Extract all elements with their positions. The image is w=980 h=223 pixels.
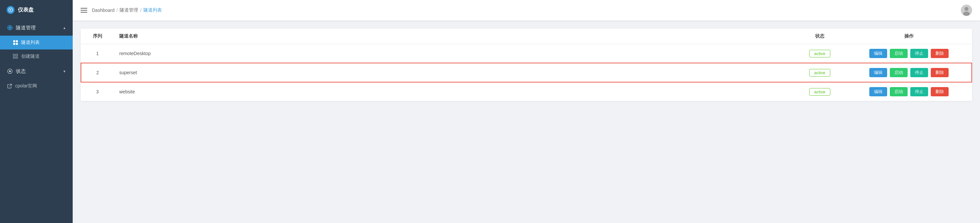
action-buttons: 编辑 启动 停止 删除 <box>851 68 966 77</box>
grid-icon <box>13 40 19 46</box>
edit-button[interactable]: 编辑 <box>869 68 887 77</box>
col-header-index: 序列 <box>81 29 114 44</box>
header-right <box>961 5 972 16</box>
sidebar: 仪表盘 隧道管理 ▲ <box>0 0 73 223</box>
breadcrumb: Dashboard / 隧道管理 / 隧道列表 <box>92 7 162 13</box>
sidebar-item-create-tunnel[interactable]: 创建隧道 <box>0 49 73 63</box>
col-header-status: 状态 <box>793 29 846 44</box>
sidebar-status-group: 状态 ▼ <box>0 63 73 79</box>
sidebar-logo-label: 仪表盘 <box>18 6 34 14</box>
chevron-up-icon: ▲ <box>63 26 66 30</box>
sidebar-status-label: 状态 <box>16 68 26 74</box>
delete-button[interactable]: 删除 <box>931 87 948 96</box>
status-icon <box>6 68 13 74</box>
stop-button[interactable]: 停止 <box>910 87 928 96</box>
delete-button[interactable]: 删除 <box>931 49 948 58</box>
svg-rect-10 <box>13 54 15 56</box>
row-3-status: active <box>793 82 846 101</box>
breadcrumb-dashboard[interactable]: Dashboard <box>92 8 115 13</box>
action-buttons: 编辑 启动 停止 删除 <box>851 49 966 58</box>
svg-rect-9 <box>16 43 18 45</box>
edit-button[interactable]: 编辑 <box>869 49 887 58</box>
tunnel-list-table: 序列 隧道名称 状态 操作 1 remoteDesktop active <box>81 29 972 101</box>
chevron-down-icon: ▼ <box>63 70 66 73</box>
breadcrumb-tunnel-list[interactable]: 隧道列表 <box>143 7 162 13</box>
svg-rect-6 <box>13 40 15 42</box>
row-2-status: active <box>793 63 846 82</box>
row-1-name: remoteDesktop <box>114 44 793 63</box>
breadcrumb-sep-2: / <box>140 8 142 13</box>
row-3-index: 3 <box>81 82 114 101</box>
table-body: 1 remoteDesktop active 编辑 启动 停止 删除 <box>81 44 972 101</box>
row-1-actions: 编辑 启动 停止 删除 <box>846 44 972 63</box>
sidebar-status-header[interactable]: 状态 ▼ <box>0 63 73 79</box>
svg-rect-12 <box>13 57 15 59</box>
sidebar-item-cpolar-website-label: cpolar官网 <box>15 83 37 89</box>
start-button[interactable]: 启动 <box>890 68 908 77</box>
col-header-actions: 操作 <box>846 29 972 44</box>
stop-button[interactable]: 停止 <box>910 49 928 58</box>
sidebar-item-create-tunnel-label: 创建隧道 <box>21 54 40 59</box>
row-2-index: 2 <box>81 63 114 82</box>
status-badge: active <box>809 88 830 96</box>
page-content: 序列 隧道名称 状态 操作 1 remoteDesktop active <box>73 21 980 223</box>
row-2-actions: 编辑 启动 停止 删除 <box>846 63 972 82</box>
user-avatar[interactable] <box>961 5 972 16</box>
table-row-highlighted: 2 superset active 编辑 启动 停止 删除 <box>81 63 972 82</box>
delete-button[interactable]: 删除 <box>931 68 948 77</box>
table-row: 1 remoteDesktop active 编辑 启动 停止 删除 <box>81 44 972 63</box>
svg-point-15 <box>9 70 11 72</box>
table-header: 序列 隧道名称 状态 操作 <box>81 29 972 44</box>
svg-rect-11 <box>16 54 18 56</box>
header: Dashboard / 隧道管理 / 隧道列表 <box>73 0 980 21</box>
tunnel-management-icon <box>6 24 13 31</box>
row-1-index: 1 <box>81 44 114 63</box>
row-2-name: superset <box>114 63 793 82</box>
sidebar-item-cpolar-website[interactable]: cpolar官网 <box>0 79 73 93</box>
breadcrumb-tunnel-management[interactable]: 隧道管理 <box>119 7 138 13</box>
svg-rect-7 <box>16 40 18 42</box>
status-badge: active <box>809 69 830 76</box>
row-3-name: website <box>114 82 793 101</box>
row-3-actions: 编辑 启动 停止 删除 <box>846 82 972 101</box>
sidebar-tunnel-management-header[interactable]: 隧道管理 ▲ <box>0 20 73 36</box>
sidebar-tunnel-group: 隧道管理 ▲ 隧道列表 <box>0 20 73 63</box>
main-content: Dashboard / 隧道管理 / 隧道列表 序列 <box>73 0 980 223</box>
tunnel-list-table-card: 序列 隧道名称 状态 操作 1 remoteDesktop active <box>81 29 972 101</box>
svg-point-1 <box>10 9 11 11</box>
breadcrumb-sep-1: / <box>117 8 118 13</box>
action-buttons: 编辑 启动 停止 删除 <box>851 87 966 96</box>
svg-rect-8 <box>13 43 15 45</box>
sidebar-item-tunnel-list[interactable]: 隧道列表 <box>0 36 73 49</box>
edit-button[interactable]: 编辑 <box>869 87 887 96</box>
svg-rect-13 <box>16 57 18 59</box>
status-badge: active <box>809 50 830 57</box>
external-link-icon <box>6 83 13 89</box>
start-button[interactable]: 启动 <box>890 87 908 96</box>
dashboard-icon <box>6 6 14 14</box>
stop-button[interactable]: 停止 <box>910 68 928 77</box>
start-button[interactable]: 启动 <box>890 49 908 58</box>
table-row: 3 website active 编辑 启动 停止 删除 <box>81 82 972 101</box>
col-header-name: 隧道名称 <box>114 29 793 44</box>
sidebar-logo[interactable]: 仪表盘 <box>0 0 73 20</box>
row-1-status: active <box>793 44 846 63</box>
sidebar-tunnel-management-label: 隧道管理 <box>16 25 36 31</box>
svg-point-17 <box>964 7 969 11</box>
header-left: Dashboard / 隧道管理 / 隧道列表 <box>81 7 162 14</box>
grid-small-icon <box>13 54 19 59</box>
menu-icon[interactable] <box>81 7 87 14</box>
sidebar-item-tunnel-list-label: 隧道列表 <box>21 40 40 46</box>
